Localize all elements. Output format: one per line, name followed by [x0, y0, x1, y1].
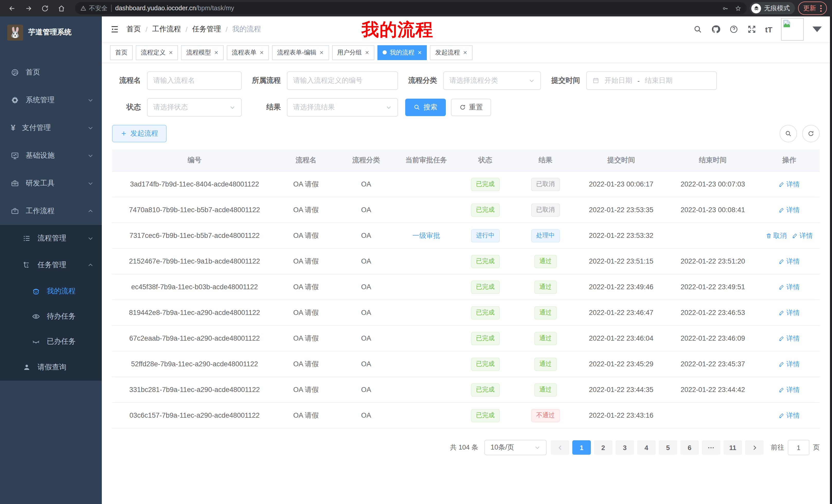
detail-link[interactable]: 详情 [779, 385, 800, 394]
detail-link[interactable]: 详情 [779, 282, 800, 291]
task-link[interactable]: 一级审批 [412, 231, 440, 239]
detail-link[interactable]: 详情 [779, 179, 800, 189]
github-icon[interactable] [711, 25, 721, 34]
cell-task: 一级审批 [397, 223, 455, 248]
address-bar[interactable]: 不安全 dashboard.yudao.iocoder.cn/bpm/task/… [75, 2, 747, 15]
sidebar-item-my-process[interactable]: 我的流程 [0, 278, 102, 304]
key-icon[interactable] [722, 5, 729, 11]
security-label: 不安全 [89, 4, 107, 12]
breadcrumb-home[interactable]: 首页 [127, 25, 141, 34]
search-icon[interactable] [693, 25, 702, 34]
detail-link[interactable]: 详情 [779, 257, 800, 266]
tab-流程定义[interactable]: 流程定义✕ [136, 45, 178, 60]
logo[interactable]: 🐰 芋道管理系统 [0, 17, 102, 48]
toggle-search-icon[interactable] [780, 125, 797, 142]
tab-流程表单-编辑[interactable]: 流程表单-编辑✕ [272, 45, 329, 60]
page-button-4[interactable]: 4 [637, 440, 656, 455]
page-button-6[interactable]: 6 [680, 440, 699, 455]
page-button-5[interactable]: 5 [659, 440, 677, 455]
process-def-input[interactable]: 请输入流程定义的编号 [287, 72, 398, 90]
sidebar-item-system[interactable]: 系统管理 [0, 86, 102, 114]
cancel-link[interactable]: 取消 [766, 231, 787, 240]
cell-actions: 取消详情 [759, 223, 820, 248]
update-button[interactable]: 更新 [798, 2, 827, 15]
prev-page-button[interactable] [551, 440, 569, 455]
more-pages-button[interactable]: ··· [702, 440, 721, 455]
close-icon[interactable]: ✕ [319, 50, 324, 55]
detail-link[interactable]: 详情 [779, 205, 800, 215]
gear-icon [11, 96, 19, 104]
detail-link[interactable]: 详情 [779, 308, 800, 317]
detail-link[interactable]: 详情 [779, 411, 800, 420]
status-select[interactable]: 请选择状态 [147, 98, 242, 117]
chevron-down-icon [87, 180, 94, 187]
sidebar-item-infra[interactable]: 基础设施 [0, 142, 102, 170]
sidebar-item-leave-query[interactable]: 请假查询 [0, 354, 102, 381]
page-button-1[interactable]: 1 [572, 440, 591, 455]
home-icon[interactable] [54, 2, 68, 15]
process-name-input[interactable]: 请输入流程名 [147, 72, 242, 90]
detail-link[interactable]: 详情 [779, 334, 800, 343]
tab-发起流程[interactable]: 发起流程✕ [430, 45, 473, 60]
fontsize-icon[interactable]: tT [765, 25, 772, 34]
detail-link[interactable]: 详情 [779, 359, 800, 369]
close-icon[interactable]: ✕ [214, 50, 218, 55]
back-icon[interactable] [5, 2, 19, 15]
caret-down-icon[interactable] [812, 25, 822, 34]
sidebar-menu: 首页系统管理¥支付管理基础设施研发工具工作流程流程管理任务管理我的流程待办任务已… [0, 48, 102, 381]
cell-task [397, 377, 455, 402]
close-icon[interactable]: ✕ [169, 50, 173, 55]
cell-submit-time: 2022-01-22 23:44:35 [575, 377, 667, 402]
sidebar-item-payment[interactable]: ¥支付管理 [0, 114, 102, 142]
reset-button[interactable]: 重置 [451, 99, 491, 116]
page-button-11[interactable]: 11 [724, 440, 742, 455]
close-icon[interactable]: ✕ [260, 50, 264, 55]
breadcrumb-taskmgmt[interactable]: 任务管理 [192, 25, 221, 34]
cell-name: OA 请假 [277, 248, 335, 274]
search-button[interactable]: 搜索 [405, 99, 446, 116]
close-icon[interactable]: ✕ [463, 50, 467, 55]
tab-我的流程[interactable]: 我的流程✕ [378, 45, 427, 60]
sidebar-item-task-mgmt[interactable]: 任务管理 [0, 252, 102, 278]
cell-submit-time: 2022-01-22 23:53:35 [575, 197, 667, 223]
fold-sidebar-icon[interactable] [110, 25, 119, 34]
avatar[interactable] [781, 18, 804, 40]
breadcrumb-workflow[interactable]: 工作流程 [152, 25, 181, 34]
cell-name: OA 请假 [277, 326, 335, 351]
tab-流程表单[interactable]: 流程表单✕ [227, 45, 269, 60]
sidebar-item-process-mgmt[interactable]: 流程管理 [0, 225, 102, 252]
fullscreen-icon[interactable] [747, 25, 756, 34]
sidebar-item-done-task[interactable]: 已办任务 [0, 329, 102, 354]
search-icon [413, 104, 420, 111]
tab-首页[interactable]: 首页 [110, 45, 133, 60]
sidebar-item-home[interactable]: 首页 [0, 59, 102, 86]
sidebar-item-workflow[interactable]: 工作流程 [0, 197, 102, 225]
page-button-2[interactable]: 2 [594, 440, 613, 455]
tab-流程模型[interactable]: 流程模型✕ [181, 45, 224, 60]
refresh-table-icon[interactable] [802, 125, 820, 142]
jump-page-input[interactable]: 1 [788, 440, 809, 455]
sidebar-item-devtools[interactable]: 研发工具 [0, 170, 102, 197]
detail-link[interactable]: 详情 [792, 231, 813, 240]
forward-icon[interactable] [22, 2, 35, 15]
close-icon[interactable]: ✕ [365, 50, 369, 55]
cell-actions: 详情 [759, 248, 820, 274]
page-button-3[interactable]: 3 [616, 440, 634, 455]
bookmark-star-icon[interactable] [735, 5, 742, 11]
status-badge: 通过 [534, 332, 557, 345]
page-size-select[interactable]: 10条/页 [485, 440, 547, 455]
help-icon[interactable] [729, 25, 738, 34]
reload-icon[interactable] [38, 2, 51, 15]
list-icon [23, 234, 31, 243]
category-select[interactable]: 请选择流程分类 [443, 72, 541, 90]
sidebar-item-todo-task[interactable]: 待办任务 [0, 304, 102, 329]
close-icon[interactable]: ✕ [418, 50, 422, 55]
create-process-button[interactable]: 发起流程 [112, 125, 166, 142]
cell-end-time: 2022-01-22 23:46:09 [667, 326, 759, 351]
next-page-button[interactable] [745, 440, 763, 455]
tab-用户分组[interactable]: 用户分组✕ [332, 45, 374, 60]
browser-menu-icon[interactable] [820, 5, 822, 11]
date-range-input[interactable]: 开始日期 - 结束日期 [586, 72, 717, 90]
result-select[interactable]: 请选择流结果 [287, 98, 398, 117]
chevron-down-icon [534, 444, 541, 451]
